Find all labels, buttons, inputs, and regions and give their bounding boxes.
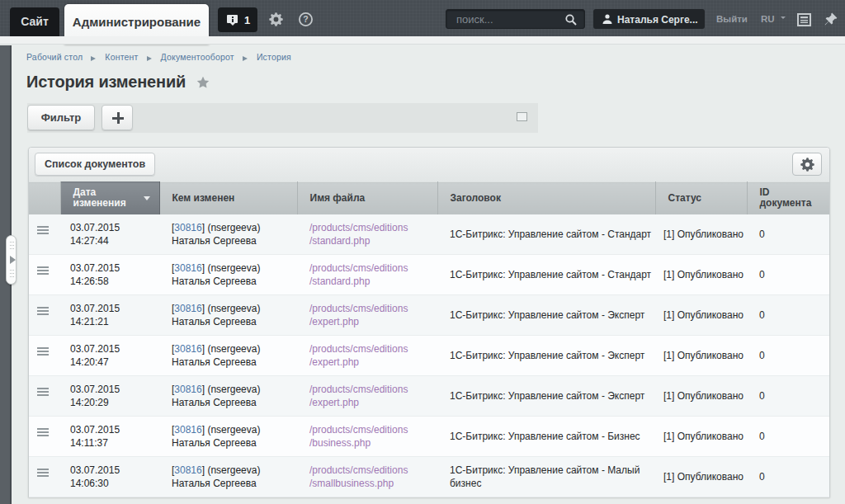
svg-text:?: ?: [303, 14, 308, 24]
